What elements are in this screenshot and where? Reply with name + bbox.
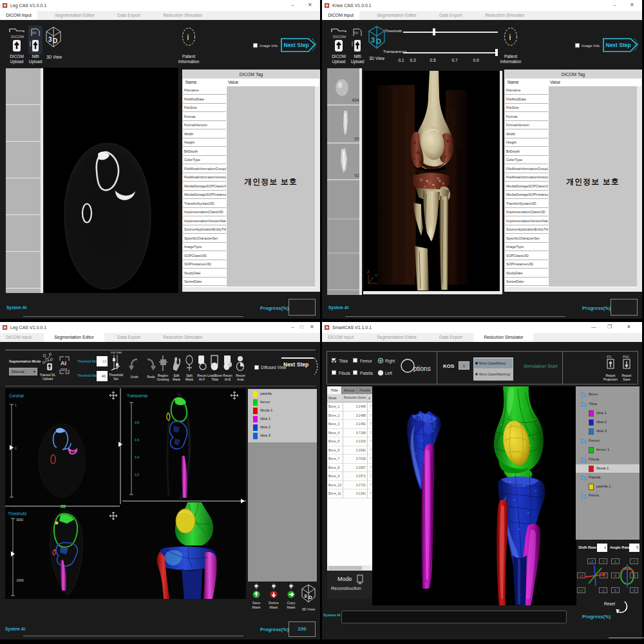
svg-text:Y: Y <box>375 274 377 278</box>
svg-text:ptions: ptions <box>413 365 431 372</box>
svg-text:92: 92 <box>354 173 359 178</box>
svg-text:0.4: 0.4 <box>135 455 139 459</box>
svg-text:3000: 3000 <box>16 518 23 522</box>
svg-text:AI: AI <box>61 360 66 366</box>
svg-text:D: D <box>376 37 381 45</box>
svg-text:STL: STL <box>607 355 612 359</box>
svg-text:D: D <box>53 37 57 44</box>
svg-text:~: ~ <box>293 584 295 587</box>
svg-text:i: i <box>187 32 189 42</box>
svg-text:DICOM: DICOM <box>333 35 346 39</box>
svg-text:0: 0 <box>15 446 17 450</box>
svg-text:90: 90 <box>354 137 359 141</box>
svg-text:3: 3 <box>48 36 52 43</box>
svg-text:0.8: 0.8 <box>135 421 139 424</box>
svg-text:min max: min max <box>111 351 122 354</box>
svg-text:Threshold: Threshold <box>8 511 26 516</box>
svg-text:494: 494 <box>352 98 359 102</box>
svg-text:PNG: PNG <box>623 355 629 359</box>
svg-text:seg: seg <box>61 367 68 372</box>
svg-text:-1000: -1000 <box>15 578 24 582</box>
svg-text:3: 3 <box>371 36 375 44</box>
svg-text:NII: NII <box>32 31 36 35</box>
svg-text:i: i <box>509 32 511 42</box>
svg-text:3: 3 <box>304 593 307 599</box>
svg-text:Z: Z <box>367 270 370 274</box>
svg-text:Next Step: Next Step <box>284 42 309 48</box>
svg-text:Next Step: Next Step <box>606 42 631 48</box>
svg-text:~: ~ <box>258 584 260 587</box>
svg-text:~: ~ <box>276 584 278 587</box>
svg-text:NII: NII <box>354 31 358 35</box>
svg-text:DICOM: DICOM <box>11 35 24 39</box>
svg-text:0.6: 0.6 <box>135 438 139 442</box>
svg-text:0.2: 0.2 <box>135 473 139 477</box>
svg-text:Coronal: Coronal <box>9 393 24 398</box>
svg-text:D: D <box>308 594 312 600</box>
svg-text:Transverse: Transverse <box>127 393 148 398</box>
svg-text:1: 1 <box>15 403 17 407</box>
